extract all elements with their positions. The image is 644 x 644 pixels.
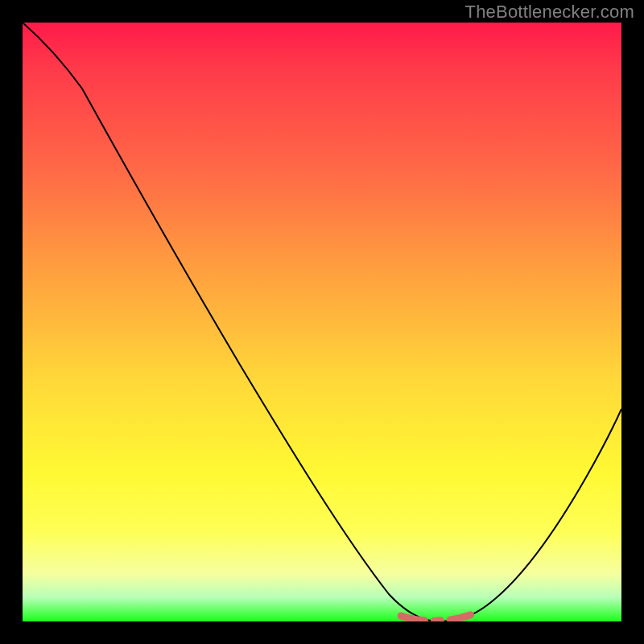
chart-svg [23,23,621,621]
chart-plot-area [23,23,621,621]
bottleneck-curve-line [23,23,621,621]
attribution-text: TheBottlenecker.com [465,2,634,23]
